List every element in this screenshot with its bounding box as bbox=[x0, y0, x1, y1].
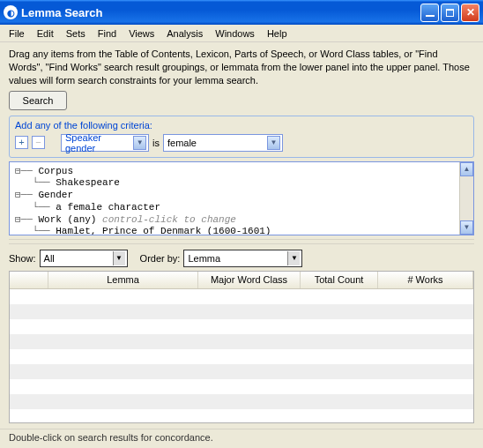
status-text: Double-click on search results for conco… bbox=[9, 432, 213, 443]
app-icon: ◐ bbox=[4, 5, 18, 19]
criterion-value-select[interactable]: female ▼ bbox=[163, 134, 283, 152]
order-label: Order by: bbox=[140, 253, 181, 264]
order-value: Lemma bbox=[188, 253, 220, 264]
menu-analysis[interactable]: Analysis bbox=[161, 26, 208, 41]
table-row[interactable] bbox=[10, 349, 473, 364]
add-criterion-button[interactable]: + bbox=[15, 136, 28, 149]
table-row[interactable] bbox=[10, 394, 473, 409]
scroll-up-button[interactable]: ▲ bbox=[460, 162, 473, 176]
title-bar: ◐ Lemma Search ✕ bbox=[0, 0, 483, 25]
chevron-down-icon: ▼ bbox=[267, 136, 280, 150]
menu-bar: File Edit Sets Find Views Analysis Windo… bbox=[0, 25, 483, 42]
window-buttons: ✕ bbox=[420, 4, 479, 22]
chevron-down-icon: ▼ bbox=[133, 136, 146, 150]
criterion-field-select[interactable]: Speaker gender ▼ bbox=[61, 134, 149, 152]
maximize-button[interactable] bbox=[441, 4, 459, 22]
tree-scrollbar[interactable]: ▲ ▼ bbox=[459, 162, 473, 235]
menu-sets[interactable]: Sets bbox=[61, 26, 91, 41]
window-title: Lemma Search bbox=[21, 6, 420, 19]
menu-file[interactable]: File bbox=[4, 26, 30, 41]
table-row[interactable] bbox=[10, 334, 473, 349]
table-row[interactable] bbox=[10, 364, 473, 379]
criteria-panel: Add any of the following criteria: + − S… bbox=[9, 116, 474, 158]
column-blank[interactable] bbox=[10, 272, 48, 288]
results-table: Lemma Major Word Class Total Count # Wor… bbox=[9, 271, 474, 423]
menu-help[interactable]: Help bbox=[262, 26, 293, 41]
criterion-field-value: Speaker gender bbox=[65, 132, 133, 153]
minimize-button[interactable] bbox=[420, 4, 439, 22]
menu-views[interactable]: Views bbox=[123, 26, 160, 41]
instructions-text: Drag any items from the Table of Content… bbox=[9, 48, 474, 87]
constraints-tree: ⊟── Corpus └── Shakespeare⊟── Gender └──… bbox=[9, 161, 474, 235]
splitter[interactable] bbox=[9, 239, 474, 244]
chevron-down-icon: ▼ bbox=[113, 251, 125, 265]
show-label: Show: bbox=[9, 253, 36, 264]
table-body bbox=[10, 289, 473, 422]
table-row[interactable] bbox=[10, 289, 473, 304]
column-total-count[interactable]: Total Count bbox=[301, 272, 378, 288]
column-word-class[interactable]: Major Word Class bbox=[198, 272, 301, 288]
column-works[interactable]: # Works bbox=[378, 272, 473, 288]
table-row[interactable] bbox=[10, 304, 473, 319]
show-value: All bbox=[44, 253, 55, 264]
tree-node[interactable]: ⊟── Corpus bbox=[15, 166, 454, 178]
tree-node[interactable]: ⊟── Gender bbox=[15, 190, 454, 202]
tree-node[interactable]: ⊟── Work (any) control-click to change bbox=[15, 214, 454, 227]
chevron-down-icon: ▼ bbox=[287, 251, 300, 265]
remove-criterion-button[interactable]: − bbox=[32, 136, 45, 149]
column-lemma[interactable]: Lemma bbox=[48, 272, 198, 288]
table-row[interactable] bbox=[10, 379, 473, 394]
scroll-down-button[interactable]: ▼ bbox=[460, 220, 473, 235]
close-button[interactable]: ✕ bbox=[461, 4, 479, 22]
tree-node[interactable]: └── Shakespeare bbox=[15, 177, 454, 190]
criterion-operator: is bbox=[152, 138, 160, 148]
criterion-value: female bbox=[167, 138, 197, 148]
menu-edit[interactable]: Edit bbox=[32, 26, 59, 41]
criteria-header: Add any of the following criteria: bbox=[15, 120, 468, 131]
tree-node[interactable]: └── Hamlet, Prince of Denmark (1600-1601… bbox=[15, 226, 454, 234]
table-header: Lemma Major Word Class Total Count # Wor… bbox=[10, 272, 473, 289]
menu-find[interactable]: Find bbox=[93, 26, 122, 41]
tree-node[interactable]: └── a female character bbox=[15, 202, 454, 214]
search-button[interactable]: Search bbox=[9, 91, 67, 110]
menu-windows[interactable]: Windows bbox=[210, 26, 260, 41]
show-select[interactable]: All ▼ bbox=[40, 250, 128, 267]
status-bar: Double-click on search results for conco… bbox=[0, 429, 483, 448]
order-select[interactable]: Lemma ▼ bbox=[183, 250, 302, 267]
table-row[interactable] bbox=[10, 319, 473, 334]
